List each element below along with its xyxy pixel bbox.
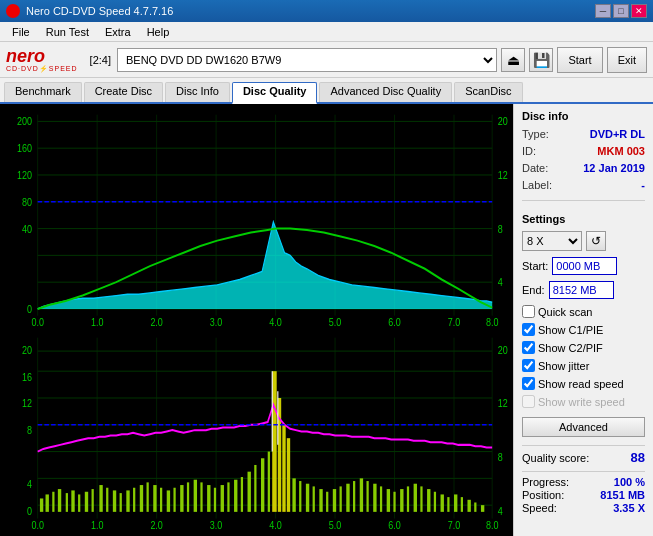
tab-benchmark[interactable]: Benchmark	[4, 82, 82, 102]
svg-rect-101	[214, 488, 216, 512]
progress-row: Progress: 100 %	[522, 476, 645, 488]
svg-rect-138	[454, 494, 457, 511]
menu-file[interactable]: File	[4, 25, 38, 39]
main-content: 200 160 120 80 40 0 20 12 8 4 0.0 1.0 2.…	[0, 104, 653, 536]
disc-type-label: Type:	[522, 128, 549, 140]
eject-icon[interactable]: ⏏	[501, 48, 525, 72]
svg-rect-119	[326, 492, 328, 512]
disc-type-row: Type: DVD+R DL	[522, 128, 645, 140]
svg-text:160: 160	[17, 142, 32, 154]
svg-rect-99	[200, 482, 202, 511]
svg-text:0: 0	[27, 303, 32, 315]
svg-rect-75	[40, 499, 43, 512]
svg-text:0.0: 0.0	[31, 520, 44, 532]
start-button[interactable]: Start	[557, 47, 602, 73]
menu-help[interactable]: Help	[139, 25, 178, 39]
tab-advanced-disc-quality[interactable]: Advanced Disc Quality	[319, 82, 452, 102]
disc-label-label: Label:	[522, 179, 552, 191]
svg-rect-120	[333, 489, 336, 512]
speed-select[interactable]: 8 X 4 X 2 X Max	[522, 231, 582, 251]
show-c1pie-row: Show C1/PIE	[522, 323, 645, 336]
svg-rect-104	[234, 480, 237, 512]
menu-run-test[interactable]: Run Test	[38, 25, 97, 39]
svg-text:8: 8	[27, 424, 32, 436]
svg-rect-102	[221, 485, 224, 512]
svg-rect-90	[140, 485, 143, 512]
drive-select[interactable]: BENQ DVD DD DW1620 B7W9	[117, 48, 497, 72]
end-input[interactable]	[549, 281, 614, 299]
svg-rect-135	[434, 492, 436, 512]
svg-text:1.0: 1.0	[91, 520, 104, 532]
tab-disc-quality[interactable]: Disc Quality	[232, 82, 318, 104]
refresh-button[interactable]: ↺	[586, 231, 606, 251]
svg-text:12: 12	[22, 398, 32, 410]
maximize-button[interactable]: □	[613, 4, 629, 18]
window-controls[interactable]: ─ □ ✕	[595, 4, 647, 18]
svg-text:7.0: 7.0	[448, 317, 461, 329]
svg-rect-76	[46, 494, 49, 511]
svg-rect-81	[78, 494, 80, 511]
disc-info-title: Disc info	[522, 110, 645, 122]
show-c2pif-checkbox[interactable]	[522, 341, 535, 354]
position-row: Position: 8151 MB	[522, 489, 645, 501]
show-c1pie-checkbox[interactable]	[522, 323, 535, 336]
progress-value: 100 %	[614, 476, 645, 488]
speed-row: 8 X 4 X 2 X Max ↺	[522, 231, 645, 251]
show-read-speed-checkbox[interactable]	[522, 377, 535, 390]
svg-rect-117	[313, 486, 315, 511]
quick-scan-row: Quick scan	[522, 305, 645, 318]
speed-label: Speed:	[522, 502, 557, 514]
show-jitter-checkbox[interactable]	[522, 359, 535, 372]
app-title: Nero CD-DVD Speed 4.7.7.16	[26, 5, 173, 17]
svg-rect-96	[180, 485, 183, 512]
svg-rect-105	[241, 477, 243, 512]
close-button[interactable]: ✕	[631, 4, 647, 18]
exit-button[interactable]: Exit	[607, 47, 647, 73]
svg-rect-121	[340, 486, 342, 511]
show-write-speed-label: Show write speed	[538, 396, 625, 408]
advanced-button[interactable]: Advanced	[522, 417, 645, 437]
save-icon[interactable]: 💾	[529, 48, 553, 72]
disc-label-value: -	[641, 179, 645, 191]
tab-disc-info[interactable]: Disc Info	[165, 82, 230, 102]
menu-extra[interactable]: Extra	[97, 25, 139, 39]
minimize-button[interactable]: ─	[595, 4, 611, 18]
tab-create-disc[interactable]: Create Disc	[84, 82, 163, 102]
svg-rect-103	[227, 482, 229, 511]
position-value: 8151 MB	[600, 489, 645, 501]
quick-scan-checkbox[interactable]	[522, 305, 535, 318]
start-input[interactable]	[552, 257, 617, 275]
svg-text:200: 200	[17, 116, 32, 128]
show-read-speed-row: Show read speed	[522, 377, 645, 390]
show-c2pif-label: Show C2/PIF	[538, 342, 603, 354]
svg-rect-86	[113, 490, 116, 511]
svg-rect-127	[380, 486, 382, 511]
svg-rect-122	[346, 484, 349, 512]
svg-rect-112	[282, 425, 285, 512]
svg-rect-77	[52, 492, 54, 512]
show-read-speed-label: Show read speed	[538, 378, 624, 390]
svg-rect-78	[58, 489, 61, 512]
svg-rect-106	[248, 472, 251, 512]
svg-rect-125	[366, 481, 368, 512]
speed-row-2: Speed: 3.35 X	[522, 502, 645, 514]
disc-type-value: DVD+R DL	[590, 128, 645, 140]
svg-text:7.0: 7.0	[448, 520, 461, 532]
svg-text:80: 80	[22, 196, 32, 208]
quality-score-row: Quality score: 88	[522, 445, 645, 465]
menu-bar: File Run Test Extra Help	[0, 22, 653, 42]
info-panel: Disc info Type: DVD+R DL ID: MKM 003 Dat…	[513, 104, 653, 536]
svg-text:8: 8	[498, 223, 503, 235]
show-write-speed-checkbox[interactable]	[522, 395, 535, 408]
drive-label: [2:4]	[90, 54, 111, 66]
app-icon	[6, 4, 20, 18]
svg-text:8: 8	[498, 451, 503, 463]
svg-rect-134	[427, 489, 430, 512]
tab-scandisc[interactable]: ScanDisc	[454, 82, 522, 102]
svg-text:2.0: 2.0	[150, 520, 163, 532]
svg-rect-82	[85, 492, 88, 512]
title-bar: Nero CD-DVD Speed 4.7.7.16 ─ □ ✕	[0, 0, 653, 22]
svg-text:4: 4	[27, 478, 32, 490]
disc-label-row: Label: -	[522, 179, 645, 191]
svg-text:12: 12	[498, 398, 508, 410]
